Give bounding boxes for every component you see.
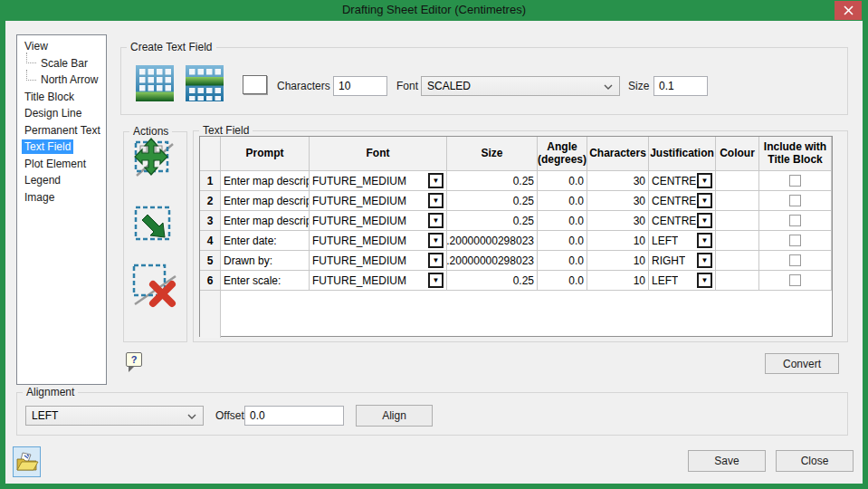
cell-size[interactable]: 0.20000000298023 (447, 231, 538, 251)
font-cell-dropdown-button[interactable]: ▼ (428, 193, 444, 208)
row-number-cell[interactable]: 5 (200, 251, 221, 271)
cell-include[interactable] (759, 271, 832, 291)
cell-size[interactable]: 0.25 (447, 171, 538, 191)
font-cell-dropdown-button[interactable]: ▼ (428, 173, 444, 188)
font-cell-dropdown-button[interactable]: ▼ (428, 273, 444, 288)
cell-font[interactable]: FUTURE_MEDIUM ▼ (310, 171, 447, 191)
titlebar[interactable]: Drafting Sheet Editor (Centimetres) (0, 0, 868, 21)
help-icon[interactable]: ? (126, 352, 142, 367)
cell-characters[interactable]: 30 (587, 191, 649, 211)
cell-colour[interactable] (716, 271, 759, 291)
cell-colour[interactable] (716, 251, 759, 271)
include-checkbox[interactable] (789, 215, 801, 226)
cell-angle[interactable]: 0.0 (538, 251, 587, 271)
header-include[interactable]: Include with Title Block (759, 137, 832, 171)
include-checkbox[interactable] (789, 235, 801, 246)
cell-include[interactable] (759, 191, 832, 211)
cell-colour[interactable] (716, 231, 759, 251)
cell-size[interactable]: 0.25 (447, 191, 538, 211)
offset-input[interactable] (244, 406, 344, 426)
header-prompt[interactable]: Prompt (221, 137, 310, 171)
move-field-button[interactable] (132, 132, 176, 179)
cell-size[interactable]: 0.25 (447, 211, 538, 231)
cell-prompt[interactable]: Enter map descrip (221, 171, 310, 191)
cell-justification[interactable]: CENTRE ▼ (649, 211, 716, 231)
tree-item-plot-element[interactable]: Plot Element (17, 156, 106, 173)
cell-font[interactable]: FUTURE_MEDIUM ▼ (310, 231, 447, 251)
header-colour[interactable]: Colour (716, 137, 759, 171)
cell-include[interactable] (759, 171, 832, 191)
row-number-cell[interactable]: 2 (200, 191, 221, 211)
tree-item-permanent-text[interactable]: Permanent Text (17, 122, 106, 139)
cell-angle[interactable]: 0.0 (538, 171, 587, 191)
cell-font[interactable]: FUTURE_MEDIUM ▼ (310, 191, 447, 211)
cell-characters[interactable]: 10 (587, 271, 649, 291)
colour-preview-button[interactable] (243, 75, 267, 94)
size-input[interactable] (653, 76, 708, 96)
justification-cell-dropdown-button[interactable]: ▼ (697, 253, 712, 268)
cell-prompt[interactable]: Enter date: (221, 231, 310, 251)
tree-item-image[interactable]: Image (17, 189, 106, 206)
characters-input[interactable] (333, 76, 387, 96)
cell-font[interactable]: FUTURE_MEDIUM ▼ (310, 251, 447, 271)
font-dropdown[interactable]: SCALED (421, 76, 620, 96)
close-window-button[interactable] (835, 1, 862, 20)
cell-justification[interactable]: CENTRE ▼ (649, 171, 716, 191)
create-text-field-middle-button[interactable] (186, 65, 224, 101)
cell-prompt[interactable]: Enter map descrip (221, 191, 310, 211)
justification-cell-dropdown-button[interactable]: ▼ (697, 233, 712, 248)
cell-prompt[interactable]: Drawn by: (221, 251, 310, 271)
cell-angle[interactable]: 0.0 (538, 271, 587, 291)
tree-item-title-block[interactable]: Title Block (17, 89, 106, 106)
cell-include[interactable] (759, 251, 832, 271)
convert-button[interactable]: Convert (765, 353, 839, 374)
tree-item-legend[interactable]: Legend (17, 172, 106, 189)
tree-item-north-arrow[interactable]: North Arrow (17, 72, 106, 89)
cell-characters[interactable]: 30 (587, 211, 649, 231)
cell-angle[interactable]: 0.0 (538, 191, 587, 211)
cell-prompt[interactable]: Enter scale: (221, 271, 310, 291)
row-number-cell[interactable]: 6 (200, 271, 221, 291)
close-button[interactable]: Close (776, 450, 854, 472)
create-text-field-button[interactable] (136, 65, 174, 101)
alignment-dropdown[interactable]: LEFT (25, 406, 204, 426)
header-font[interactable]: Font (310, 137, 447, 171)
row-number-cell[interactable]: 1 (200, 171, 221, 191)
cell-justification[interactable]: LEFT ▼ (649, 271, 716, 291)
cell-justification[interactable]: CENTRE ▼ (649, 191, 716, 211)
justification-cell-dropdown-button[interactable]: ▼ (697, 193, 712, 208)
delete-field-button[interactable] (130, 261, 177, 310)
include-checkbox[interactable] (789, 274, 801, 286)
cell-font[interactable]: FUTURE_MEDIUM ▼ (310, 271, 447, 291)
cell-justification[interactable]: LEFT ▼ (649, 231, 716, 251)
cell-prompt[interactable]: Enter map descrip (221, 211, 310, 231)
cell-font[interactable]: FUTURE_MEDIUM ▼ (310, 211, 447, 231)
header-characters[interactable]: Characters (587, 137, 649, 171)
tree-item-text-field[interactable]: Text Field (17, 139, 106, 156)
cell-characters[interactable]: 30 (587, 171, 649, 191)
font-cell-dropdown-button[interactable]: ▼ (428, 233, 444, 248)
include-checkbox[interactable] (789, 254, 801, 266)
cell-size[interactable]: 0.25 (447, 271, 538, 291)
font-cell-dropdown-button[interactable]: ▼ (428, 253, 444, 268)
header-angle[interactable]: Angle (degrees) (538, 137, 587, 171)
cell-angle[interactable]: 0.0 (538, 231, 587, 251)
cell-angle[interactable]: 0.0 (538, 211, 587, 231)
cell-size[interactable]: 0.20000000298023 (447, 251, 538, 271)
cell-include[interactable] (759, 231, 832, 251)
row-number-cell[interactable]: 4 (200, 231, 221, 251)
justification-cell-dropdown-button[interactable]: ▼ (697, 173, 712, 188)
align-button[interactable]: Align (356, 405, 433, 427)
cell-colour[interactable] (716, 171, 759, 191)
font-cell-dropdown-button[interactable]: ▼ (428, 213, 444, 228)
cell-justification[interactable]: RIGHT ▼ (649, 251, 716, 271)
include-checkbox[interactable] (789, 175, 801, 187)
cell-colour[interactable] (716, 191, 759, 211)
cell-characters[interactable]: 10 (587, 251, 649, 271)
include-checkbox[interactable] (789, 195, 801, 206)
justification-cell-dropdown-button[interactable]: ▼ (697, 213, 712, 228)
tree-item-design-line[interactable]: Design Line (17, 105, 106, 122)
save-button[interactable]: Save (688, 450, 766, 472)
header-size[interactable]: Size (447, 137, 538, 171)
header-justification[interactable]: Justification (649, 137, 716, 171)
